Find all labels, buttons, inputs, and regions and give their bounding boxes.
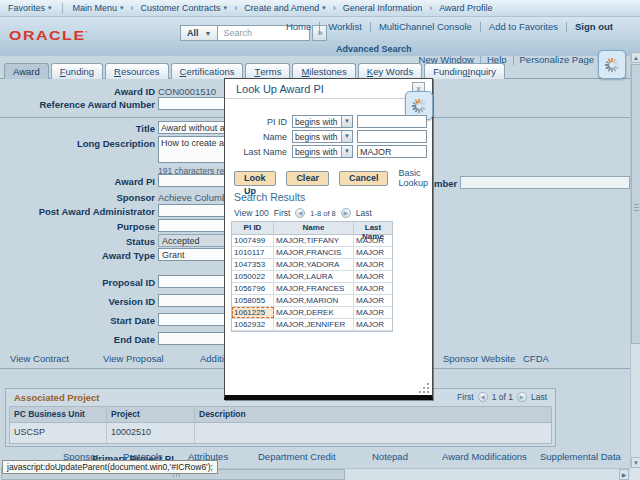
goto-link-supplemental-data[interactable]: Supplemental Data — [540, 451, 621, 462]
nav-link-sign-out[interactable]: Sign out — [575, 21, 613, 32]
results-row: 1061225MAJOR,DEREKMAJOR — [232, 307, 392, 319]
result-link[interactable]: MAJOR,FRANCIS — [274, 247, 354, 258]
result-link[interactable]: MAJOR — [354, 247, 392, 258]
pagination-next-icon[interactable]: ▶ — [517, 392, 527, 402]
form-label-post-award-administrator: Post Award Administrator — [0, 206, 155, 217]
tab-resources[interactable]: Resources — [105, 63, 168, 79]
results-first-link[interactable]: First — [274, 208, 291, 218]
result-link[interactable]: MAJOR — [354, 307, 392, 318]
result-link[interactable]: MAJOR — [354, 259, 392, 270]
vertical-scrollbar[interactable]: ▲ ▼ — [630, 52, 640, 468]
link-view-contract[interactable]: View Contract — [10, 353, 69, 364]
result-link[interactable]: MAJOR — [354, 295, 392, 306]
goto-link-department-credit[interactable]: Department Credit — [258, 451, 336, 462]
pagination-first-link[interactable]: First — [457, 392, 474, 402]
breadcrumb-item-favorites[interactable]: Favorites▾ — [8, 3, 52, 13]
nav-link-multichannel-console[interactable]: MultiChannel Console — [379, 21, 472, 32]
result-link[interactable]: 1050022 — [232, 271, 274, 282]
result-link[interactable]: MAJOR,MARION — [274, 295, 354, 306]
basic-lookup-link[interactable]: Basic Lookup — [398, 168, 432, 188]
vertical-scroll-thumb[interactable] — [631, 64, 640, 344]
pagebar-link-personalize-page[interactable]: Personalize Page — [520, 54, 594, 65]
result-link[interactable]: 1007499 — [232, 235, 274, 246]
pagination-last-link[interactable]: Last — [531, 392, 547, 402]
result-link[interactable]: MAJOR,DEREK — [274, 307, 354, 318]
form-label-reference-award-number: Reference Award Number — [0, 99, 155, 110]
tab-key-words[interactable]: Key Words — [358, 63, 422, 79]
goto-link-notepad[interactable]: Notepad — [372, 451, 408, 462]
result-link[interactable]: MAJOR — [354, 235, 392, 246]
results-column-pi-id: PI ID — [232, 222, 274, 234]
advanced-search-link[interactable]: Advanced Search — [336, 44, 412, 54]
processing-spinner-icon — [598, 50, 626, 79]
tab-funding[interactable]: Funding — [51, 63, 103, 79]
result-link[interactable]: MAJOR,TIFFANY — [274, 235, 354, 246]
cancel-button[interactable]: Cancel — [339, 171, 389, 186]
result-link[interactable]: 1010117 — [232, 247, 274, 258]
right-column-field-input[interactable] — [460, 176, 630, 189]
result-link[interactable]: MAJOR — [354, 283, 392, 294]
pagination-prev-icon[interactable]: ◀ — [478, 392, 488, 402]
breadcrumb-item-main-menu[interactable]: Main Menu▾ — [73, 3, 124, 13]
lookup-field-label: Name — [225, 132, 287, 142]
result-link[interactable]: MAJOR,YADORA — [274, 259, 354, 270]
results-row: 1010117MAJOR,FRANCISMAJOR — [232, 247, 392, 259]
condition-dropdown[interactable]: begins with▼ — [292, 115, 353, 128]
result-link[interactable]: 1061225 — [232, 307, 274, 318]
breadcrumb-separator-icon: › — [131, 3, 134, 13]
tab-award[interactable]: Award — [4, 63, 49, 79]
scroll-right-icon[interactable]: ▶ — [619, 469, 629, 480]
lookup-field-input[interactable] — [357, 130, 427, 143]
condition-dropdown[interactable]: begins with▼ — [292, 130, 353, 143]
results-prev-icon[interactable]: ◀ — [295, 208, 305, 218]
results-last-link[interactable]: Last — [356, 208, 372, 218]
form-label-status: Status — [0, 236, 155, 247]
nav-link-add-to-favorites[interactable]: Add to Favorites — [489, 21, 558, 32]
result-link[interactable]: 1056796 — [232, 283, 274, 294]
result-link[interactable]: MAJOR,LAURA — [274, 271, 354, 282]
result-link[interactable]: MAJOR — [354, 271, 392, 282]
result-link[interactable]: 1062932 — [232, 319, 274, 330]
nav-link-home[interactable]: Home — [286, 21, 311, 32]
result-link[interactable]: MAJOR,FRANCES — [274, 283, 354, 294]
result-link[interactable]: 1047353 — [232, 259, 274, 270]
result-link[interactable]: MAJOR,JENNIFER — [274, 319, 354, 330]
link-view-proposal[interactable]: View Proposal — [103, 353, 164, 364]
tab-funding-inquiry[interactable]: Funding Inquiry — [424, 63, 505, 79]
breadcrumb-separator-icon: › — [333, 3, 336, 13]
scroll-down-icon[interactable]: ▼ — [631, 457, 640, 468]
result-link[interactable]: MAJOR — [354, 319, 392, 330]
condition-dropdown[interactable]: begins with▼ — [292, 145, 353, 158]
tab-terms[interactable]: Terms — [245, 63, 290, 79]
associated-project-title: Associated Project — [14, 392, 100, 403]
lookup-field-input[interactable] — [357, 115, 427, 128]
breadcrumb-item-award-profile[interactable]: Award Profile — [439, 3, 492, 13]
view-100-link[interactable]: View 100 — [234, 208, 269, 218]
lookup-modal-header: Look Up Award PI x — [225, 79, 432, 99]
lookup-field-label: Last Name — [225, 147, 287, 157]
breadcrumb-item-label: General Information — [343, 3, 423, 13]
results-row: 1062932MAJOR,JENNIFERMAJOR — [232, 319, 392, 331]
breadcrumb-item-customer-contracts[interactable]: Customer Contracts▾ — [141, 3, 228, 13]
clear-button[interactable]: Clear — [286, 171, 329, 186]
tab-milestones[interactable]: Milestones — [292, 63, 355, 79]
nav-link-worklist[interactable]: Worklist — [328, 21, 362, 32]
goto-link-award-modifications[interactable]: Award Modifications — [442, 451, 527, 462]
form-label-start-date: Start Date — [0, 315, 155, 326]
look-up-button[interactable]: Look Up — [234, 171, 276, 186]
column-header-description: Description — [195, 407, 551, 422]
resize-grip-icon[interactable] — [420, 384, 429, 393]
breadcrumb-item-general-information[interactable]: General Information — [343, 3, 423, 13]
chevron-down-icon: ▾ — [322, 4, 326, 12]
breadcrumb-item-create-and-amend[interactable]: Create and Amend▾ — [244, 3, 326, 13]
lookup-field-input[interactable]: MAJOR — [357, 145, 427, 158]
scroll-up-icon[interactable]: ▲ — [631, 52, 640, 63]
link-sponsor-website[interactable]: Sponsor Website — [443, 353, 515, 364]
tab-certifications[interactable]: Certifications — [171, 63, 244, 79]
search-scope-dropdown[interactable]: All ▼ — [180, 25, 218, 41]
link-cfda[interactable]: CFDA — [523, 353, 549, 364]
table-row: USCSP10002510 — [10, 423, 551, 443]
result-link[interactable]: 1058055 — [232, 295, 274, 306]
results-next-icon[interactable]: ▶ — [341, 208, 351, 218]
chevron-down-icon: ▾ — [120, 4, 124, 12]
